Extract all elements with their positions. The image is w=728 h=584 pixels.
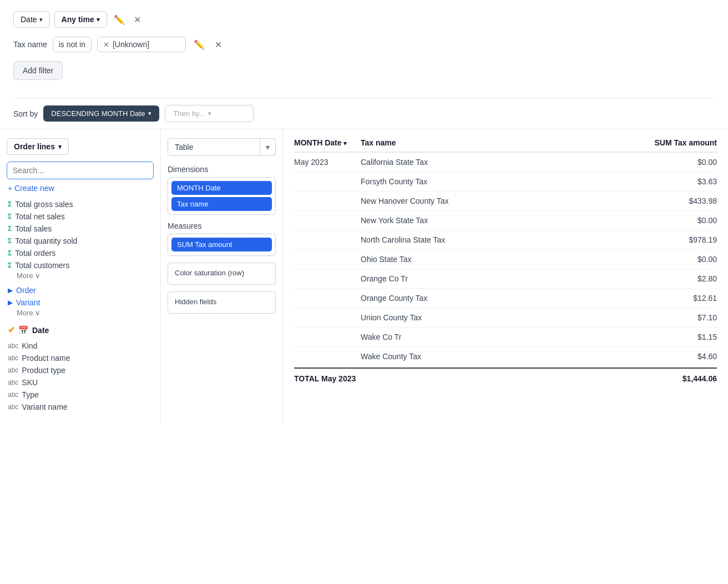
field-type[interactable]: abc Type: [7, 389, 154, 401]
abc-icon: abc: [8, 379, 18, 386]
more-measures-caret: ∨: [35, 271, 41, 280]
view-type-caret-icon: ▾: [266, 143, 270, 152]
field-label: SKU: [22, 378, 38, 387]
td-tax-name: Ohio State Tax: [361, 255, 639, 264]
field-total-customers[interactable]: Σ Total customers: [7, 259, 154, 271]
more-groups-caret: ∨: [35, 309, 41, 317]
group-variant[interactable]: ▶ Variant: [7, 296, 154, 309]
field-product-type[interactable]: abc Product type: [7, 364, 154, 376]
td-amount: $7.10: [639, 313, 717, 322]
table-row: Union County Tax $7.10: [294, 308, 717, 328]
field-sku[interactable]: abc SKU: [7, 376, 154, 389]
td-tax-name: Union County Tax: [361, 313, 639, 322]
th-tax-name: Tax name: [361, 138, 639, 147]
tax-edit-icon[interactable]: ✏️: [191, 38, 207, 51]
more-measures-label: More: [17, 271, 33, 280]
sigma-icon: Σ: [8, 237, 12, 245]
field-variant-name[interactable]: abc Variant name: [7, 401, 154, 413]
table-row: Orange Co Tr $2.80: [294, 269, 717, 289]
td-amount: $3.63: [639, 177, 717, 186]
data-source-caret-icon: ▾: [58, 143, 62, 150]
td-amount: $433.98: [639, 197, 717, 205]
hidden-fields-label: Hidden fields: [171, 295, 272, 308]
measure-sum-tax-chip[interactable]: SUM Tax amount: [171, 238, 272, 251]
field-label: Total gross sales: [15, 200, 73, 209]
field-label: Total quantity sold: [15, 236, 77, 245]
td-amount: $1.15: [639, 333, 717, 341]
field-label: Total orders: [15, 249, 55, 258]
date-caret-icon: ▾: [39, 16, 43, 23]
table-row: North Carolina State Tax $978.19: [294, 230, 717, 250]
field-total-quantity-sold[interactable]: Σ Total quantity sold: [7, 235, 154, 247]
td-amount: $0.00: [639, 216, 717, 225]
total-row: TOTAL May 2023 $1,444.06: [294, 367, 717, 383]
more-groups-link[interactable]: More ∨: [7, 309, 154, 317]
total-label: TOTAL May 2023: [294, 374, 361, 383]
date-check-icon: ✔: [8, 325, 15, 335]
td-tax-name: Orange County Tax: [361, 294, 639, 303]
right-panel: MONTH Date ▾ Tax name SUM Tax amount May…: [283, 129, 728, 422]
td-amount: $2.80: [639, 274, 717, 283]
field-label: Total customers: [15, 261, 69, 270]
group-label: Variant: [16, 298, 40, 307]
date-section-label: Date: [32, 326, 49, 335]
sigma-icon: Σ: [8, 225, 12, 233]
table-header-row: MONTH Date ▾ Tax name SUM Tax amount: [294, 138, 717, 153]
date-range-caret-icon: ▾: [97, 16, 100, 23]
date-filter-btn[interactable]: Date ▾: [13, 11, 50, 28]
sort-row: Sort by DESCENDING MONTH Date ▾ Then by.…: [13, 98, 715, 129]
data-source-button[interactable]: Order lines ▾: [7, 138, 69, 155]
create-new-link[interactable]: + Create new: [7, 184, 154, 193]
date-filter-row: Date ▾ Any time ▾ ✏️ ✕: [13, 11, 715, 28]
field-total-sales[interactable]: Σ Total sales: [7, 223, 154, 235]
td-tax-name: California State Tax: [361, 158, 639, 167]
td-tax-name: New York State Tax: [361, 216, 639, 225]
more-measures-link[interactable]: More ∨: [7, 271, 154, 280]
measures-list: Σ Total gross sales Σ Total net sales Σ …: [7, 198, 154, 271]
tax-remove-icon[interactable]: ✕: [213, 38, 224, 51]
abc-icon: abc: [8, 354, 18, 362]
sort-primary-btn[interactable]: DESCENDING MONTH Date ▾: [43, 105, 159, 122]
table-row: Wake Co Tr $1.15: [294, 328, 717, 347]
field-kind[interactable]: abc Kind: [7, 340, 154, 352]
total-amount: $1,444.06: [639, 374, 717, 383]
date-group[interactable]: ✔ 📅 Date: [7, 323, 154, 338]
group-label: Order: [16, 286, 36, 295]
color-section: Color saturation (row): [168, 263, 276, 285]
td-tax-name: North Carolina State Tax: [361, 235, 639, 244]
left-panel: Order lines ▾ + Create new Σ Total gross…: [0, 129, 161, 422]
field-product-name[interactable]: abc Product name: [7, 352, 154, 364]
dimension-tax-name-chip[interactable]: Tax name: [171, 197, 272, 211]
field-total-net-sales[interactable]: Σ Total net sales: [7, 210, 154, 223]
field-total-orders[interactable]: Σ Total orders: [7, 247, 154, 259]
field-total-gross-sales[interactable]: Σ Total gross sales: [7, 198, 154, 210]
date-fields-list: abc Kind abc Product name abc Product ty…: [7, 340, 154, 413]
sort-secondary-btn[interactable]: Then by... ▾: [165, 105, 254, 122]
view-type-row: Table ▾: [168, 138, 276, 156]
variant-arrow-icon: ▶: [8, 299, 13, 306]
calendar-icon: 📅: [18, 325, 29, 335]
date-remove-icon[interactable]: ✕: [132, 13, 143, 26]
table-row: Orange County Tax $12.61: [294, 289, 717, 308]
measures-section: Measures SUM Tax amount: [168, 221, 276, 256]
measures-box: SUM Tax amount: [168, 234, 276, 256]
data-source-label: Order lines: [14, 142, 55, 151]
th-month-date[interactable]: MONTH Date ▾: [294, 138, 361, 147]
sort-secondary-caret-icon: ▾: [208, 110, 211, 117]
date-edit-icon[interactable]: ✏️: [112, 13, 127, 26]
dimensions-box: MONTH Date Tax name: [168, 177, 276, 215]
td-month: May 2023: [294, 158, 361, 167]
main-area: Order lines ▾ + Create new Σ Total gross…: [0, 129, 728, 422]
view-type-dropdown-btn[interactable]: ▾: [260, 138, 276, 156]
search-input[interactable]: [7, 162, 154, 179]
dimension-month-date-chip[interactable]: MONTH Date: [171, 181, 272, 195]
group-order[interactable]: ▶ Order: [7, 284, 154, 296]
add-filter-button[interactable]: Add filter: [13, 61, 63, 80]
tax-value-remove-icon[interactable]: ✕: [103, 41, 109, 49]
td-amount: $978.19: [639, 235, 717, 244]
more-groups-label: More: [17, 309, 33, 317]
sort-secondary-label: Then by...: [173, 109, 205, 118]
date-range-btn[interactable]: Any time ▾: [54, 11, 107, 28]
date-label: Date: [21, 15, 37, 24]
view-type-select[interactable]: Table: [168, 138, 260, 156]
